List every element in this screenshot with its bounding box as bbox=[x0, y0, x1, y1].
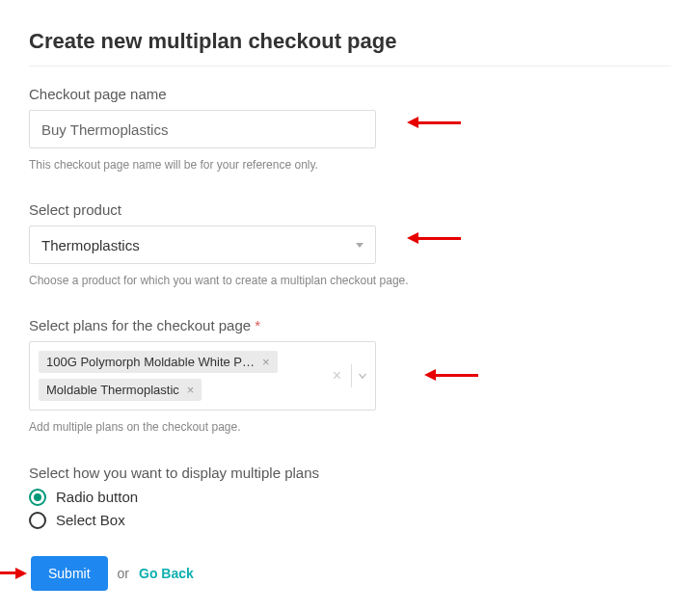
radio-icon bbox=[29, 512, 46, 529]
field-plans: Select plans for the checkout page * 100… bbox=[29, 317, 671, 437]
caret-down-icon bbox=[356, 243, 363, 248]
page-title: Create new multiplan checkout page bbox=[29, 29, 671, 54]
plan-chip: 100G Polymorph Moldable White P… × bbox=[39, 351, 278, 373]
radio-label: Radio button bbox=[56, 489, 138, 505]
checkout-name-helper: This checkout page name will be for your… bbox=[29, 156, 434, 174]
divider bbox=[29, 66, 671, 66]
display-radio-group: Radio button Select Box bbox=[29, 489, 671, 529]
field-checkout-name: Checkout page name This checkout page na… bbox=[29, 86, 671, 174]
form-actions: Submit or Go Back bbox=[29, 556, 671, 591]
plan-chip-label: 100G Polymorph Moldable White P… bbox=[46, 355, 255, 369]
plans-multiselect[interactable]: 100G Polymorph Moldable White P… × Molda… bbox=[29, 341, 376, 411]
plan-chip: Moldable Thermoplastic × bbox=[39, 379, 202, 401]
or-text: or bbox=[118, 566, 129, 581]
plans-label-text: Select plans for the checkout page bbox=[29, 317, 251, 333]
annotation-arrow-icon bbox=[407, 232, 461, 244]
plans-label: Select plans for the checkout page * bbox=[29, 317, 671, 333]
checkout-name-input[interactable] bbox=[29, 110, 376, 148]
radio-icon bbox=[29, 489, 46, 506]
annotation-arrow-icon bbox=[407, 117, 461, 128]
product-selected-value: Thermoplastics bbox=[41, 237, 356, 253]
clear-all-icon[interactable]: × bbox=[327, 367, 347, 385]
plans-chip-container: 100G Polymorph Moldable White P… × Molda… bbox=[30, 342, 321, 410]
radio-option-radio-button[interactable]: Radio button bbox=[29, 489, 671, 506]
radio-label: Select Box bbox=[56, 512, 125, 528]
separator bbox=[351, 364, 352, 387]
submit-button[interactable]: Submit bbox=[31, 556, 108, 591]
go-back-link[interactable]: Go Back bbox=[139, 566, 194, 581]
product-select[interactable]: Thermoplastics bbox=[29, 226, 376, 264]
field-display: Select how you want to display multiple … bbox=[29, 465, 671, 529]
required-mark: * bbox=[255, 317, 260, 333]
plan-chip-label: Moldable Thermoplastic bbox=[46, 383, 179, 397]
chip-remove-icon[interactable]: × bbox=[187, 383, 195, 397]
product-label: Select product bbox=[29, 201, 671, 218]
chevron-down-icon[interactable] bbox=[356, 369, 369, 383]
display-label: Select how you want to display multiple … bbox=[29, 465, 671, 481]
chip-remove-icon[interactable]: × bbox=[262, 355, 270, 369]
checkout-name-label: Checkout page name bbox=[29, 86, 671, 102]
multiselect-controls: × bbox=[321, 342, 375, 410]
plans-helper: Add multiple plans on the checkout page. bbox=[29, 418, 434, 437]
field-product: Select product Thermoplastics Choose a p… bbox=[29, 201, 671, 290]
annotation-arrow-icon bbox=[424, 369, 478, 381]
product-helper: Choose a product for which you want to c… bbox=[29, 272, 434, 290]
annotation-arrow-icon bbox=[0, 568, 27, 579]
radio-option-select-box[interactable]: Select Box bbox=[29, 512, 671, 529]
